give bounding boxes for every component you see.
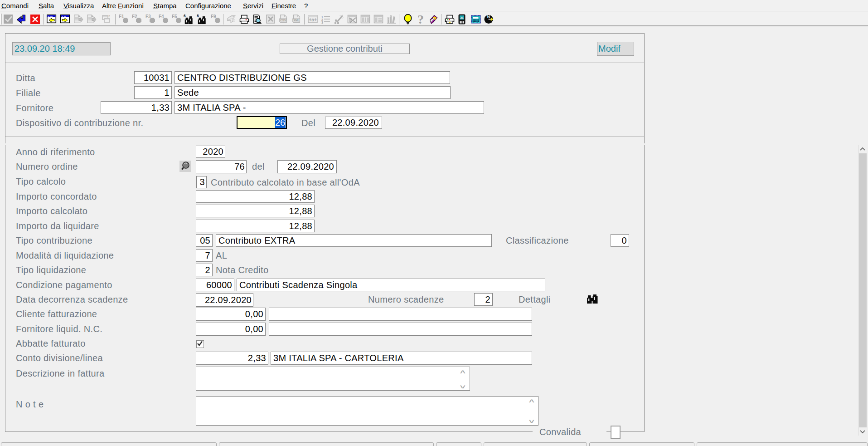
svg-text:F3: F3: [145, 14, 151, 19]
svg-text:3: 3: [321, 21, 323, 24]
svg-text:F4: F4: [159, 14, 164, 19]
svg-text:8: 8: [197, 14, 199, 18]
svg-text:XML: XML: [293, 19, 300, 22]
svg-text:N: N: [487, 15, 490, 19]
svg-text:CSV: CSV: [280, 19, 286, 22]
svg-text:6: 6: [184, 14, 186, 18]
svg-text:F2: F2: [132, 14, 137, 19]
svg-text:F9: F9: [211, 14, 216, 19]
svg-text:F5: F5: [172, 14, 177, 19]
svg-text:2: 2: [108, 15, 110, 18]
svg-text:F1: F1: [119, 14, 124, 19]
svg-text:+a+: +a+: [309, 17, 317, 22]
svg-text:?: ?: [417, 14, 424, 25]
